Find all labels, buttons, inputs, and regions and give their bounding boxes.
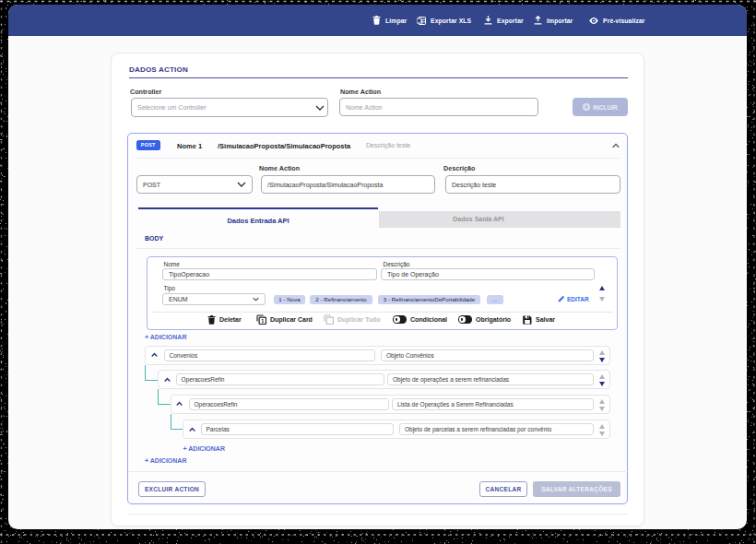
svg-text:1: 1	[261, 318, 264, 324]
